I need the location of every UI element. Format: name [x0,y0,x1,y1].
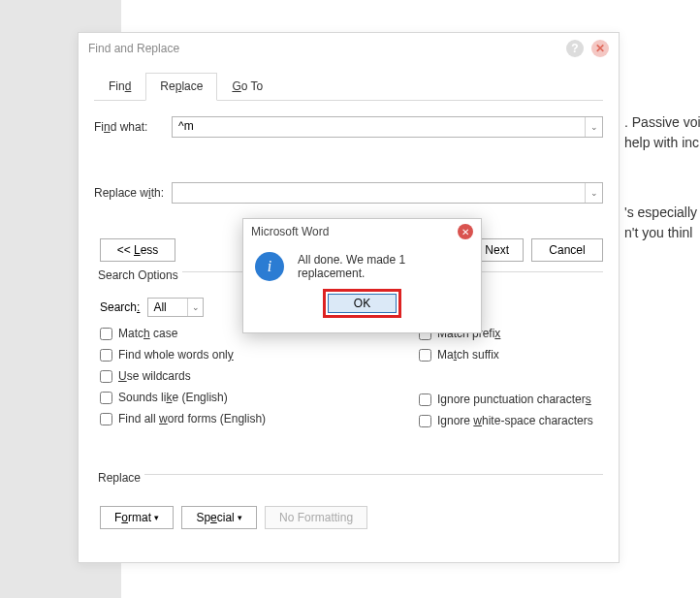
tab-replace[interactable]: Replace [145,73,217,101]
replace-section-label: Replace [94,471,144,485]
checkbox-label: Use wildcards [118,369,191,383]
checkbox-input[interactable] [100,370,112,383]
no-formatting-button: No Formatting [265,506,367,529]
replace-with-row: Replace with: ⌄ [94,182,603,204]
search-options-label: Search Options [94,268,182,282]
checkbox-input[interactable] [419,349,431,362]
find-what-row: Find what: ^m ⌄ [94,116,603,138]
tab-goto[interactable]: Go To [217,73,277,101]
doc-text-fragment: n't you thinl [624,225,692,240]
modal-message: All done. We made 1 replacement. [298,253,469,280]
tab-bar: Find Replace Go To [94,72,603,101]
replace-with-value [173,183,602,187]
replace-format-group: Replace Format Special No Formatting [94,474,603,529]
ignore-whitespace-checkbox[interactable]: Ignore white-space characters [419,414,603,427]
cancel-button[interactable]: Cancel [531,238,603,262]
use-wildcards-checkbox[interactable]: Use wildcards [100,369,419,383]
dialog-titlebar: Find and Replace ? ✕ [79,33,619,64]
checkbox-label: Sounds like (English) [118,391,228,404]
whole-words-checkbox[interactable]: Find whole words only [100,348,419,362]
replace-with-label: Replace with: [94,186,172,200]
format-button-row: Format Special No Formatting [94,506,603,529]
ignore-punctuation-checkbox[interactable]: Ignore punctuation characters [419,393,603,406]
checkbox-input[interactable] [419,415,431,427]
checkbox-input[interactable] [419,393,431,406]
find-what-label: Find what: [94,120,172,134]
doc-text-fragment: help with inc [624,135,699,150]
format-button[interactable]: Format [100,506,174,529]
ok-button[interactable]: OK [328,294,397,313]
checkbox-label: Ignore punctuation characters [437,393,591,406]
checkbox-label: Match suffix [437,348,499,362]
checkbox-input[interactable] [100,392,112,404]
checkbox-input[interactable] [100,349,112,362]
checkbox-input[interactable] [100,328,112,340]
help-icon[interactable]: ? [566,40,584,57]
dialog-title: Find and Replace [88,42,558,55]
checkbox-grid: Match case Find whole words only Use wil… [94,327,603,435]
modal-title-text: Microsoft Word [251,225,458,238]
less-button[interactable]: << Less [100,238,175,262]
search-direction-value: All [153,300,166,314]
search-label: Search: [100,300,140,314]
special-button[interactable]: Special [181,506,257,529]
check-col-left: Match case Find whole words only Use wil… [100,327,419,435]
close-icon[interactable]: ✕ [591,40,609,57]
checkbox-label: Ignore white-space characters [437,414,593,427]
ok-highlight-box: OK [323,289,401,318]
search-direction-select[interactable]: All ⌄ [147,298,204,317]
checkbox-label: Find whole words only [118,348,234,362]
doc-text-fragment: 's especially u [624,205,700,220]
find-what-input[interactable]: ^m ⌄ [172,116,603,138]
chevron-down-icon[interactable]: ⌄ [585,183,602,203]
modal-titlebar: Microsoft Word ✕ [243,219,481,244]
checkbox-label: Find all word forms (English) [118,412,266,425]
word-forms-checkbox[interactable]: Find all word forms (English) [100,412,419,425]
replace-with-input[interactable]: ⌄ [172,182,603,204]
find-what-value: ^m [173,117,602,135]
chevron-down-icon[interactable]: ⌄ [187,299,203,316]
confirmation-dialog: Microsoft Word ✕ i All done. We made 1 r… [242,218,482,333]
match-suffix-checkbox[interactable]: Match suffix [419,348,603,362]
close-icon[interactable]: ✕ [458,224,473,239]
checkbox-input[interactable] [100,413,112,425]
chevron-down-icon[interactable]: ⌄ [585,117,602,137]
info-icon: i [255,252,284,281]
modal-body: i All done. We made 1 replacement. [243,244,481,289]
sounds-like-checkbox[interactable]: Sounds like (English) [100,391,419,404]
modal-footer: OK [243,289,481,328]
check-col-right: Match prefix Match suffix Ignore punctua… [419,327,603,435]
tab-find[interactable]: Find [94,73,145,101]
doc-text-fragment: . Passive voic [624,114,700,130]
checkbox-label: Match case [118,327,177,340]
